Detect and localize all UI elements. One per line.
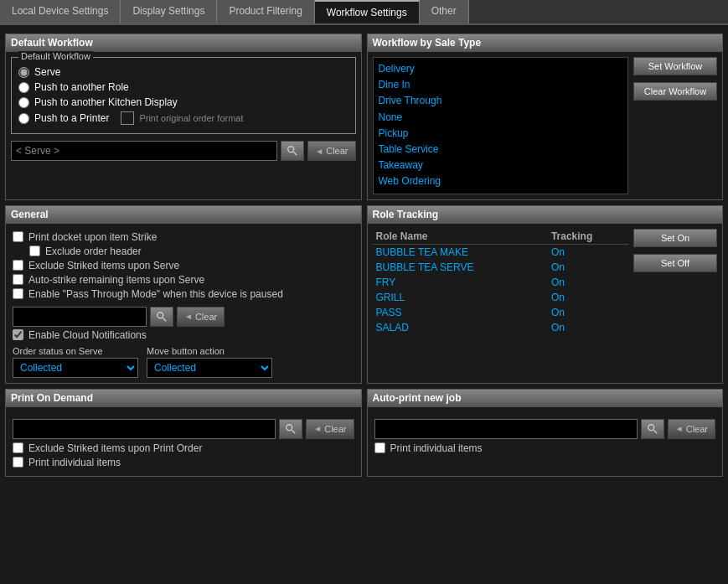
- workflow-sale-type-header: Workflow by Sale Type: [368, 34, 723, 52]
- auto-print-clear-icon: ◄: [675, 424, 684, 433]
- sale-type-takeaway[interactable]: Takeaway: [379, 158, 623, 173]
- set-workflow-button[interactable]: Set Workflow: [633, 57, 717, 75]
- cb-print-individual-items[interactable]: [13, 457, 23, 468]
- tab-local-device-settings[interactable]: Local Device Settings: [0, 0, 121, 23]
- print-demand-clear-icon: ◄: [313, 424, 322, 433]
- set-off-button[interactable]: Set Off: [633, 254, 717, 272]
- svg-line-5: [292, 430, 296, 433]
- role-tracking-section: Role Tracking Role Name Tracking: [367, 205, 724, 384]
- auto-print-search-button[interactable]: [641, 419, 664, 439]
- radio-push-printer-row: Push to a Printer Print original order f…: [18, 111, 349, 125]
- sale-type-list[interactable]: Delivery Dine In Drive Through None Pick…: [373, 57, 629, 194]
- sale-type-webordering[interactable]: Web Ordering: [379, 173, 623, 189]
- cb-exclude-striked-print[interactable]: [13, 442, 23, 453]
- radio-push-kitchen-label: Push to another Kitchen Display: [34, 96, 178, 108]
- svg-line-1: [294, 152, 297, 155]
- print-original-label: Print original order format: [139, 113, 243, 123]
- order-status-select[interactable]: Collected: [13, 358, 138, 378]
- cb-autostrike[interactable]: [13, 274, 23, 285]
- tab-other[interactable]: Other: [420, 0, 469, 23]
- table-row[interactable]: PASS On: [373, 305, 629, 320]
- table-row[interactable]: BUBBLE TEA SERVE On: [373, 260, 629, 275]
- tab-product-filtering[interactable]: Product Filtering: [217, 0, 314, 23]
- role-tracking-1: On: [548, 260, 628, 275]
- cb-exclude-header-row: Exclude order header: [29, 245, 354, 257]
- cb-auto-print-individual[interactable]: [374, 442, 385, 453]
- main-content: Default Workflow Default Workflow Serve …: [0, 25, 728, 482]
- cb-cloud-notifications[interactable]: [13, 329, 23, 340]
- print-demand-search-input[interactable]: [13, 419, 276, 439]
- sale-type-dinein[interactable]: Dine In: [379, 77, 623, 93]
- role-tracking-0: On: [548, 244, 628, 260]
- role-list-area: Role Name Tracking BUBBLE TEA MAKE On: [373, 229, 629, 335]
- sale-type-pickup[interactable]: Pickup: [379, 126, 623, 142]
- sale-type-drivethrough[interactable]: Drive Through: [379, 93, 623, 109]
- sale-type-delivery[interactable]: Delivery: [379, 61, 623, 77]
- radio-push-role[interactable]: [18, 82, 29, 93]
- bot-area: Print On Demand ◄ Clear: [5, 389, 723, 477]
- auto-print-clear-button[interactable]: ◄ Clear: [668, 419, 715, 439]
- default-workflow-inner: Default Workflow Serve Push to another R…: [11, 57, 356, 134]
- role-tracking-buttons: Set On Set Off: [633, 229, 717, 276]
- cb-print-docket-row: Print docket upon item Strike: [13, 231, 354, 243]
- radio-push-kitchen[interactable]: [18, 97, 29, 108]
- cb-exclude-striked-row: Exclude Striked items upon Serve: [13, 260, 354, 271]
- print-original-checkbox[interactable]: [121, 111, 134, 125]
- role-tracking-inner: Role Name Tracking BUBBLE TEA MAKE On: [373, 229, 718, 335]
- sale-type-none[interactable]: None: [379, 110, 623, 126]
- top-area: Default Workflow Default Workflow Serve …: [5, 34, 723, 200]
- move-button-label: Move button action: [147, 346, 272, 356]
- cb-auto-print-individual-label: Print individual items: [390, 442, 483, 454]
- table-row[interactable]: SALAD On: [373, 320, 629, 335]
- tab-bar: Local Device Settings Display Settings P…: [0, 0, 728, 25]
- cb-cloud-notifications-row: Enable Cloud Notifications: [13, 329, 354, 341]
- cb-auto-print-individual-row: Print individual items: [374, 442, 716, 454]
- general-clear-button[interactable]: ◄ Clear: [177, 307, 225, 327]
- role-tracking-header: Role Tracking: [368, 206, 723, 224]
- default-search-input[interactable]: [11, 141, 277, 161]
- sale-type-buttons: Set Workflow Clear Workflow: [633, 57, 717, 194]
- table-row[interactable]: BUBBLE TEA MAKE On: [373, 244, 629, 260]
- radio-push-role-label: Push to another Role: [34, 81, 129, 93]
- radio-push-printer-label: Push to a Printer: [34, 112, 109, 124]
- set-on-button[interactable]: Set On: [633, 229, 717, 247]
- print-demand-clear-button[interactable]: ◄ Clear: [306, 419, 354, 439]
- svg-line-7: [653, 430, 657, 433]
- workflow-sale-type-body: Delivery Dine In Drive Through None Pick…: [368, 52, 723, 199]
- cb-print-docket-label: Print docket upon item Strike: [28, 231, 157, 243]
- sale-type-tableservice[interactable]: Table Service: [379, 142, 623, 158]
- order-status-label: Order status on Serve: [13, 346, 138, 356]
- general-search-button[interactable]: [150, 307, 173, 327]
- default-search-button[interactable]: [281, 141, 304, 161]
- general-search-input[interactable]: [13, 307, 147, 327]
- default-workflow-body: Default Workflow Serve Push to another R…: [6, 52, 361, 166]
- role-table: Role Name Tracking BUBBLE TEA MAKE On: [373, 229, 629, 335]
- cb-exclude-striked[interactable]: [13, 260, 23, 271]
- role-tracking-5: On: [548, 320, 628, 335]
- cb-exclude-header[interactable]: [29, 245, 40, 256]
- print-demand-search-button[interactable]: [279, 419, 302, 439]
- print-demand-search-row: ◄ Clear: [13, 419, 354, 439]
- cb-print-docket[interactable]: [13, 231, 23, 242]
- print-demand-clear-label: Clear: [324, 424, 346, 434]
- radio-push-printer[interactable]: [18, 113, 29, 124]
- default-clear-button[interactable]: ◄ Clear: [307, 141, 355, 161]
- cb-autostrike-row: Auto-strike remaining items upon Serve: [13, 274, 354, 286]
- auto-print-search-input[interactable]: [374, 419, 638, 439]
- table-row[interactable]: GRILL On: [373, 290, 629, 305]
- tab-workflow-settings[interactable]: Workflow Settings: [315, 0, 420, 23]
- table-row[interactable]: FRY On: [373, 275, 629, 290]
- role-tracking-2: On: [548, 275, 628, 290]
- default-workflow-section: Default Workflow Default Workflow Serve …: [5, 34, 362, 200]
- svg-line-3: [163, 318, 166, 321]
- cb-passthrough-label: Enable "Pass Through Mode" when this dev…: [28, 288, 283, 300]
- tab-display-settings[interactable]: Display Settings: [121, 0, 217, 23]
- radio-push-role-row: Push to another Role: [18, 81, 349, 93]
- cb-print-individual-items-label: Print individual items: [28, 457, 121, 468]
- clear-workflow-button[interactable]: Clear Workflow: [633, 82, 717, 101]
- role-col-tracking: Tracking: [548, 229, 628, 245]
- cb-passthrough[interactable]: [13, 288, 23, 299]
- radio-serve[interactable]: [18, 67, 29, 78]
- general-section: General Print docket upon item Strike Ex…: [5, 205, 362, 384]
- move-button-select[interactable]: Collected: [147, 358, 272, 378]
